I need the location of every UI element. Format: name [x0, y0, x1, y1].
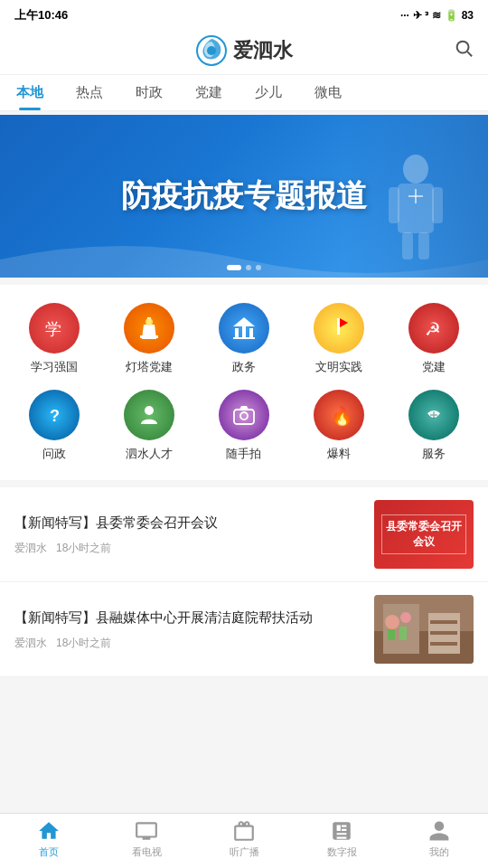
nav-tab-hot[interactable]: 热点: [60, 75, 119, 110]
paper-icon: [330, 819, 353, 843]
icon-expose[interactable]: 🔥 爆料: [299, 390, 379, 462]
bottom-nav-paper-label: 数字报: [327, 845, 357, 859]
news-meta-1: 爱泗水 18小时之前: [14, 541, 363, 556]
news-title-1: 【新闻特写】县委常委会召开会议: [14, 513, 363, 533]
icon-service-label: 服务: [422, 446, 446, 462]
icon-lighthouse[interactable]: 灯塔党建: [109, 303, 189, 375]
news-time-1: 18小时之前: [56, 541, 111, 556]
icon-talent[interactable]: 泗水人才: [109, 390, 189, 462]
svg-rect-19: [249, 328, 253, 337]
icon-photo-label: 随手拍: [226, 446, 261, 462]
svg-rect-6: [389, 187, 399, 223]
svg-text:☭: ☭: [425, 319, 441, 339]
app-header: 爱泗水: [0, 27, 488, 75]
svg-point-26: [145, 406, 154, 415]
svg-rect-21: [233, 337, 255, 339]
thumb-red-text-1: 县委常委会召开会议: [381, 514, 466, 554]
news-source-1: 爱泗水: [14, 541, 47, 556]
battery-level: 83: [462, 9, 474, 22]
icon-row-2: ? 问政 泗水人才 随手拍 🔥 爆料 服务: [0, 386, 488, 473]
svg-point-4: [403, 155, 428, 184]
nav-tab-micro[interactable]: 微电: [298, 75, 358, 110]
news-meta-2: 爱泗水 18小时之前: [14, 636, 363, 651]
icon-service-circle: [408, 390, 459, 440]
news-list: 【新闻特写】县委常委会召开会议 爱泗水 18小时之前 县委常委会召开会议 【新闻…: [0, 487, 488, 677]
svg-rect-18: [242, 325, 246, 337]
nav-tab-party[interactable]: 党建: [179, 75, 239, 110]
news-source-2: 爱泗水: [14, 636, 47, 651]
icon-question-circle: ?: [29, 390, 80, 440]
banner-figure: [371, 151, 461, 269]
icon-lighthouse-label: 灯塔党建: [126, 359, 173, 375]
icon-gov-circle: [219, 303, 269, 354]
icon-civilization-label: 文明实践: [315, 359, 362, 375]
svg-point-1: [207, 46, 216, 55]
icon-service[interactable]: 服务: [394, 390, 474, 462]
me-icon: [427, 819, 451, 843]
signal-icon: ···: [400, 9, 409, 22]
app-logo: 爱泗水: [195, 34, 293, 67]
svg-marker-23: [340, 318, 348, 327]
dot-3: [256, 265, 261, 270]
bottom-nav-home-label: 首页: [39, 845, 59, 859]
icon-gov-label: 政务: [232, 359, 256, 375]
nav-tab-kids[interactable]: 少儿: [239, 75, 298, 110]
search-button[interactable]: [454, 38, 474, 63]
radio-icon: [232, 819, 256, 843]
news-item-1[interactable]: 【新闻特写】县委常委会召开会议 爱泗水 18小时之前 县委常委会召开会议: [0, 487, 488, 582]
status-right: ··· ✈ ᵌ ≋ 🔋 83: [400, 9, 474, 22]
icon-gov[interactable]: 政务: [204, 303, 284, 375]
bottom-nav-tv[interactable]: 看电视: [115, 819, 178, 859]
svg-marker-20: [233, 317, 255, 326]
icon-study[interactable]: 学 学习强国: [14, 303, 94, 375]
svg-rect-41: [374, 595, 474, 664]
svg-point-28: [240, 412, 248, 420]
icon-party[interactable]: ☭ 党建: [394, 303, 474, 375]
icon-question-label: 问政: [42, 446, 66, 462]
bottom-nav: 首页 看电视 听广播 数字报 我的: [0, 813, 488, 868]
svg-rect-7: [432, 187, 443, 223]
app-logo-icon: [195, 34, 228, 67]
svg-rect-22: [337, 318, 340, 335]
banner[interactable]: 防疫抗疫专题报道: [0, 115, 488, 278]
icon-civilization-circle: [314, 303, 364, 354]
icon-photo-circle: [219, 390, 269, 440]
svg-rect-9: [418, 232, 429, 259]
bottom-nav-home[interactable]: 首页: [17, 819, 80, 859]
status-time: 上午10:46: [14, 7, 68, 24]
icon-party-label: 党建: [422, 359, 446, 375]
app-name: 爱泗水: [233, 37, 293, 64]
bottom-nav-me-label: 我的: [429, 845, 449, 859]
nav-tab-local[interactable]: 本地: [0, 75, 60, 110]
icon-lighthouse-circle: [124, 303, 174, 354]
svg-point-16: [145, 318, 153, 326]
svg-text:🔥: 🔥: [331, 405, 352, 427]
icon-talent-label: 泗水人才: [126, 446, 173, 462]
icon-row-1: 学 学习强国 灯塔党建 政务 文明实践 ☭ 党建: [0, 299, 488, 386]
news-time-2: 18小时之前: [56, 636, 111, 651]
svg-text:学: 学: [45, 320, 61, 338]
icon-photo[interactable]: 随手拍: [204, 390, 284, 462]
wifi-icon: ✈ ᵌ ≋: [413, 9, 441, 22]
dot-2: [246, 265, 251, 270]
bottom-nav-paper[interactable]: 数字报: [310, 819, 373, 859]
tv-icon: [135, 819, 158, 843]
svg-rect-17: [235, 328, 239, 337]
bottom-nav-tv-label: 看电视: [132, 845, 162, 859]
banner-title: 防疫抗疫专题报道: [121, 175, 367, 217]
news-content-2: 【新闻特写】县融媒体中心开展清洁庭院帮扶活动 爱泗水 18小时之前: [14, 608, 363, 651]
thumb-img-2: [374, 595, 474, 664]
news-thumb-2: [374, 595, 474, 664]
news-item-2[interactable]: 【新闻特写】县融媒体中心开展清洁庭院帮扶活动 爱泗水 18小时之前: [0, 582, 488, 677]
bottom-nav-radio-label: 听广播: [230, 845, 259, 859]
news-title-2: 【新闻特写】县融媒体中心开展清洁庭院帮扶活动: [14, 608, 363, 628]
banner-indicators: [227, 265, 261, 270]
bottom-nav-me[interactable]: 我的: [408, 819, 471, 859]
icon-grid: 学 学习强国 灯塔党建 政务 文明实践 ☭ 党建: [0, 285, 488, 480]
nav-tab-politics[interactable]: 时政: [119, 75, 179, 110]
svg-text:?: ?: [50, 407, 60, 425]
bottom-nav-radio[interactable]: 听广播: [212, 819, 276, 859]
icon-civilization[interactable]: 文明实践: [299, 303, 379, 375]
icon-question[interactable]: ? 问政: [14, 390, 94, 462]
icon-expose-circle: 🔥: [314, 390, 364, 440]
